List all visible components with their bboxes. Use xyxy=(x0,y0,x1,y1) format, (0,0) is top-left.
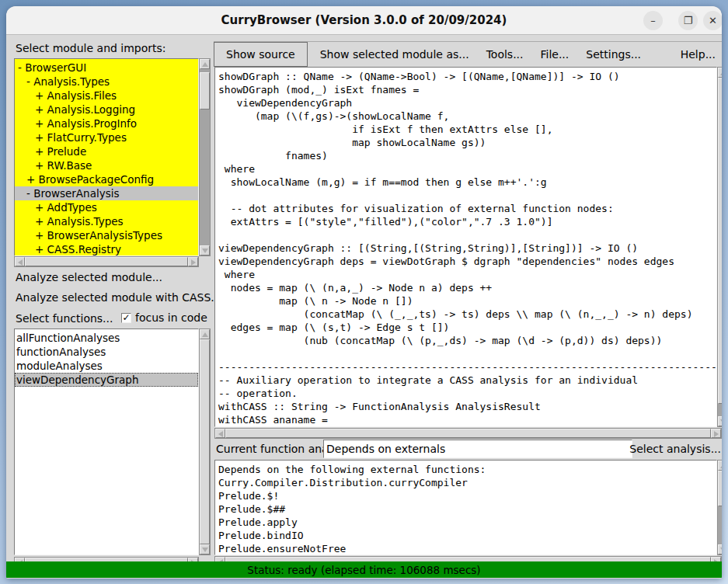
output-vertical-scrollbar[interactable] xyxy=(717,460,722,555)
show-source-button[interactable]: Show source xyxy=(214,42,308,67)
module-tree-horizontal-scrollbar[interactable] xyxy=(14,256,199,267)
scrollbar-trough[interactable] xyxy=(200,339,210,544)
module-tree-item[interactable]: + AddTypes xyxy=(15,200,198,214)
module-tree-item[interactable]: + Analysis.ProgInfo xyxy=(15,116,198,130)
window-title: CurryBrowser (Version 3.0.0 of 20/09/202… xyxy=(6,6,722,35)
scrollbar-thumb[interactable] xyxy=(718,78,722,404)
scroll-down-icon[interactable] xyxy=(718,544,722,554)
function-list-item[interactable]: functionAnalyses xyxy=(15,345,198,359)
status-text: Status: ready (elapsed time: 106088 msec… xyxy=(247,564,480,576)
currybrowser-window: CurryBrowser (Version 3.0.0 of 20/09/202… xyxy=(6,6,722,579)
analyze-module-cass-button[interactable]: Analyze selected module with CASS... xyxy=(16,291,221,304)
code-horizontal-scrollbar[interactable] xyxy=(214,428,722,439)
module-tree-item[interactable]: + RW.Base xyxy=(15,158,198,172)
scrollbar-trough[interactable] xyxy=(718,78,722,416)
module-tree-item[interactable]: + BrowsePackageConfig xyxy=(15,172,198,186)
module-tree[interactable]: - BrowserGUI- Analysis.Types+ Analysis.F… xyxy=(14,58,199,256)
scrollbar-trough[interactable] xyxy=(200,69,210,245)
scroll-down-icon[interactable] xyxy=(718,416,722,426)
module-tree-item[interactable]: - BrowserAnalysis xyxy=(15,186,198,200)
maximize-button[interactable]: ❐ xyxy=(678,11,698,30)
scrollbar-thumb[interactable] xyxy=(200,72,210,110)
source-code-view[interactable]: showDGraph :: QName -> (QName->Bool) -> … xyxy=(214,67,717,427)
function-list-item[interactable]: moduleAnalyses xyxy=(15,359,198,373)
tools-menu[interactable]: Tools... xyxy=(486,48,524,61)
focus-in-code-label[interactable]: focus in code xyxy=(135,311,207,324)
module-tree-item[interactable]: + Analysis.Logging xyxy=(15,103,198,116)
function-list-item[interactable]: allFunctionAnalyses xyxy=(15,331,198,345)
scrollbar-thumb[interactable] xyxy=(718,471,722,506)
toolbar: Show source Show selected module as... T… xyxy=(214,41,722,66)
analysis-output-text: Depends on the following external functi… xyxy=(215,461,716,555)
scroll-down-icon[interactable] xyxy=(200,245,210,255)
module-tree-item[interactable]: + BrowserAnalysisTypes xyxy=(15,228,198,242)
module-tree-item[interactable]: + CASS.Registry xyxy=(15,242,198,256)
select-functions-button[interactable]: Select functions... xyxy=(16,312,113,325)
modules-label: Select module and imports: xyxy=(16,42,166,54)
analysis-output-view[interactable]: Depends on the following external functi… xyxy=(214,460,717,555)
source-code-text: showDGraph :: QName -> (QName->Bool) -> … xyxy=(215,68,716,426)
close-button[interactable]: ✕ xyxy=(703,11,722,30)
show-module-as-menu[interactable]: Show selected module as... xyxy=(320,48,469,61)
scroll-up-icon[interactable] xyxy=(718,461,722,471)
minimize-icon: – xyxy=(650,16,656,26)
settings-menu[interactable]: Settings... xyxy=(586,48,641,61)
select-analysis-button[interactable]: Select analysis... xyxy=(629,443,721,455)
scroll-right-icon[interactable] xyxy=(188,257,198,266)
module-tree-item[interactable]: - Analysis.Types xyxy=(15,75,198,89)
analysis-bar: Current function analysis: Select analys… xyxy=(214,439,722,459)
scroll-right-icon[interactable] xyxy=(711,429,721,438)
module-tree-item[interactable]: + FlatCurry.Types xyxy=(15,130,198,144)
scrollbar-thumb[interactable] xyxy=(25,257,188,266)
status-bar: Status: ready (elapsed time: 106088 msec… xyxy=(6,561,722,578)
scrollbar-trough[interactable] xyxy=(718,471,722,544)
scrollbar-trough[interactable] xyxy=(225,429,711,438)
scrollbar-thumb[interactable] xyxy=(200,339,210,544)
titlebar[interactable]: CurryBrowser (Version 3.0.0 of 20/09/202… xyxy=(6,6,722,35)
module-tree-item[interactable]: + Analysis.Types xyxy=(15,214,198,228)
current-analysis-input[interactable] xyxy=(323,440,632,458)
scroll-up-icon[interactable] xyxy=(200,59,210,69)
scrollbar-trough[interactable] xyxy=(25,257,188,266)
function-list-item[interactable]: viewDependencyGraph xyxy=(15,373,198,387)
scroll-up-icon[interactable] xyxy=(200,329,210,339)
file-menu[interactable]: File... xyxy=(540,48,569,61)
desktop-background: CurryBrowser (Version 3.0.0 of 20/09/202… xyxy=(0,0,728,584)
module-tree-vertical-scrollbar[interactable] xyxy=(199,58,211,256)
close-icon: ✕ xyxy=(709,16,717,26)
maximize-icon: ❐ xyxy=(684,16,693,26)
module-tree-item[interactable]: + Prelude xyxy=(15,144,198,158)
scroll-down-icon[interactable] xyxy=(200,544,210,554)
focus-in-code-checkbox[interactable]: ✓ xyxy=(121,313,131,323)
function-list[interactable]: allFunctionAnalysesfunctionAnalysesmodul… xyxy=(14,328,199,555)
module-tree-item[interactable]: + Analysis.Files xyxy=(15,89,198,103)
scroll-up-icon[interactable] xyxy=(718,68,722,78)
scrollbar-thumb[interactable] xyxy=(225,429,711,438)
function-list-vertical-scrollbar[interactable] xyxy=(199,328,211,555)
scroll-left-icon[interactable] xyxy=(215,429,225,438)
scroll-left-icon[interactable] xyxy=(15,257,25,266)
module-tree-item[interactable]: - BrowserGUI xyxy=(15,61,198,75)
analyze-module-button[interactable]: Analyze selected module... xyxy=(16,271,162,283)
minimize-button[interactable]: – xyxy=(643,11,663,30)
help-menu[interactable]: Help... xyxy=(681,48,716,61)
code-vertical-scrollbar[interactable] xyxy=(717,67,722,427)
